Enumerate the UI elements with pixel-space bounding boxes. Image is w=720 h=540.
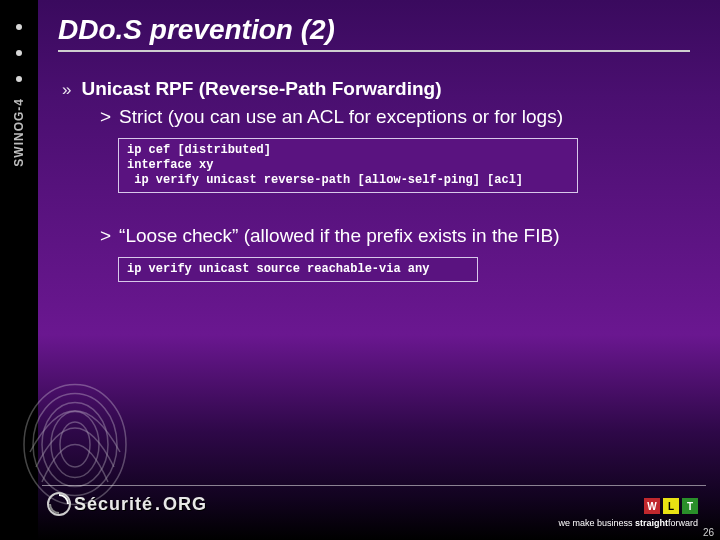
rail-dot-icon xyxy=(16,50,22,56)
swirl-icon xyxy=(46,491,72,517)
footer-right: W L T we make business straightforward xyxy=(558,498,698,528)
bullet-main-text: Unicast RPF (Reverse-Path Forwarding) xyxy=(81,78,441,100)
tagline-part: forward xyxy=(668,518,698,528)
bullet-sub: > Strict (you can use an ACL for excepti… xyxy=(100,106,696,128)
rail-dot-icon xyxy=(16,76,22,82)
page-number: 26 xyxy=(703,527,714,538)
square-l-icon: L xyxy=(663,498,679,514)
svg-point-5 xyxy=(48,493,70,515)
square-w-icon: W xyxy=(644,498,660,514)
tagline-part-bold: straight xyxy=(635,518,668,528)
bullet-marker: > xyxy=(100,106,111,128)
code-block: ip verify unicast source reachable-via a… xyxy=(118,257,478,282)
content: » Unicast RPF (Reverse-Path Forwarding) … xyxy=(62,78,696,298)
bullet-marker: > xyxy=(100,225,111,247)
bullet-sub-text: Strict (you can use an ACL for exception… xyxy=(119,106,563,128)
brand-text: ORG xyxy=(163,495,207,513)
brand-dot: . xyxy=(155,495,161,513)
rail-dot-icon xyxy=(16,24,22,30)
page-title: DDo.S prevention (2) xyxy=(58,14,690,52)
tagline-part: we make business xyxy=(558,518,635,528)
footer-tagline: we make business straightforward xyxy=(558,518,698,528)
brand-text: Sécurité xyxy=(74,495,153,513)
brand-logo: Sécurité . ORG xyxy=(46,490,207,518)
bullet-main: » Unicast RPF (Reverse-Path Forwarding) xyxy=(62,78,696,100)
code-block: ip cef [distributed] interface xy ip ver… xyxy=(118,138,578,193)
slide: SWINOG-4 DDo.S prevention (2) » Unicast … xyxy=(0,0,720,540)
bullet-sub: > “Loose check” (allowed if the prefix e… xyxy=(100,225,696,247)
brand-squares: W L T xyxy=(644,498,698,514)
bullet-sub-text: “Loose check” (allowed if the prefix exi… xyxy=(119,225,559,247)
bullet-marker: » xyxy=(62,80,71,100)
square-t-icon: T xyxy=(682,498,698,514)
rail-label: SWINOG-4 xyxy=(13,98,25,167)
footer-divider xyxy=(42,485,706,486)
